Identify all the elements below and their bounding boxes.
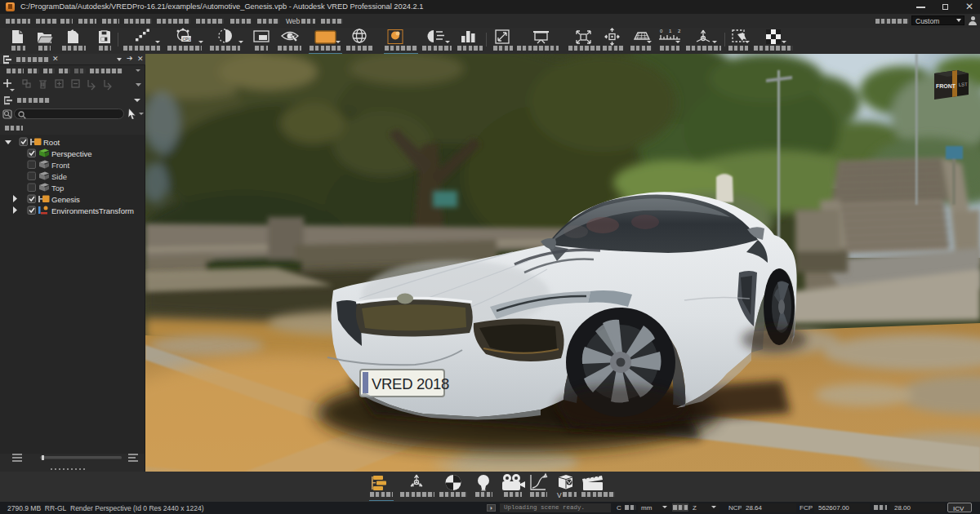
svg-text:Root: Root [43,138,60,147]
svg-text:FRONT: FRONT [936,83,956,89]
svg-text:Front: Front [51,161,70,170]
svg-text:Side: Side [51,172,67,181]
svg-text:LST: LST [959,82,969,87]
svg-text:VRED 2018: VRED 2018 [372,375,449,392]
svg-text:Perspective: Perspective [51,149,92,158]
svg-text:CPU: CPU [183,37,192,42]
svg-text:EnvironmentsTransform: EnvironmentsTransform [51,206,134,215]
svg-text:0 1 2: 0 1 2 [660,29,683,33]
svg-text:Genesis: Genesis [51,195,80,204]
svg-text:Top: Top [51,184,64,193]
